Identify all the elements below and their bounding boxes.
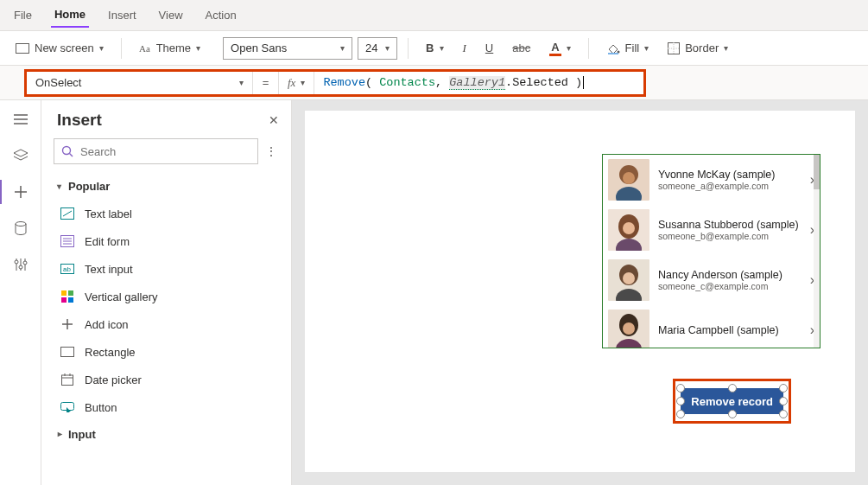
- ribbon: New screen ▾ Aa Theme ▾ Open Sans ▾ 24 ▾…: [0, 31, 868, 66]
- gallery-control[interactable]: Yvonne McKay (sample)someone_a@example.c…: [602, 154, 820, 348]
- resize-handle[interactable]: [779, 397, 788, 405]
- insert-add-icon[interactable]: Add icon: [41, 310, 291, 338]
- fx-icon[interactable]: fx: [279, 76, 301, 90]
- item-label: Text label: [85, 207, 132, 220]
- insert-text-label[interactable]: Text label: [41, 200, 291, 227]
- menu-home[interactable]: Home: [51, 3, 89, 28]
- button-icon: [60, 400, 74, 414]
- theme-label: Theme: [156, 41, 191, 54]
- insert-vertical-gallery[interactable]: Vertical gallery: [41, 283, 291, 310]
- chevron-down-icon: ▾: [385, 43, 390, 53]
- chevron-down-icon: ▾: [99, 43, 104, 53]
- svg-point-14: [15, 260, 18, 264]
- svg-line-20: [70, 154, 73, 157]
- svg-point-18: [23, 261, 27, 265]
- italic-button[interactable]: I: [456, 38, 473, 59]
- contact-email: someone_a@example.com: [658, 181, 814, 191]
- formula-bar-highlight: OnSelect ▾ = fx ▾ Remove( Contacts, Gall…: [24, 69, 646, 97]
- rail-tree-view[interactable]: [12, 111, 29, 128]
- property-value: OnSelect: [35, 76, 81, 89]
- insert-text-input[interactable]: ab Text input: [41, 255, 291, 283]
- menu-insert[interactable]: Insert: [105, 3, 140, 27]
- chevron-down-icon: ▾: [644, 43, 649, 53]
- menu-file[interactable]: File: [10, 3, 35, 27]
- gallery-icon: [60, 290, 74, 303]
- group-label: Input: [68, 428, 96, 441]
- font-size-select[interactable]: 24 ▾: [358, 37, 397, 60]
- canvas[interactable]: Yvonne McKay (sample)someone_a@example.c…: [292, 100, 868, 485]
- insert-button[interactable]: Button: [41, 393, 291, 421]
- scrollbar[interactable]: [814, 155, 820, 348]
- border-label: Border: [685, 41, 719, 54]
- contact-name: Susanna Stubberod (sample): [658, 219, 814, 231]
- token-function: Remove: [323, 76, 365, 89]
- font-size-value: 24: [365, 41, 377, 54]
- insert-rectangle[interactable]: Rectangle: [41, 338, 291, 366]
- resize-handle[interactable]: [676, 397, 685, 405]
- strike-button[interactable]: abc: [505, 38, 537, 58]
- svg-line-22: [63, 211, 72, 216]
- chevron-down-icon[interactable]: ▾: [301, 72, 314, 94]
- resize-handle[interactable]: [676, 384, 685, 392]
- underline-button[interactable]: U: [478, 38, 500, 58]
- font-color-button[interactable]: A ▾: [542, 37, 577, 60]
- left-rail: [0, 100, 41, 485]
- remove-record-button[interactable]: Remove record: [681, 388, 783, 414]
- rail-insert[interactable]: [12, 183, 29, 201]
- search-input[interactable]: [54, 138, 258, 164]
- resize-handle[interactable]: [779, 410, 788, 418]
- rail-layers[interactable]: [12, 147, 29, 164]
- svg-rect-3: [608, 53, 618, 54]
- text-cursor: ​: [583, 76, 584, 89]
- svg-text:Aa: Aa: [139, 43, 150, 54]
- resize-handle[interactable]: [676, 410, 685, 418]
- selected-button-highlight: Remove record: [673, 379, 791, 424]
- new-screen-icon: [16, 43, 29, 54]
- menu-action[interactable]: Action: [202, 3, 240, 27]
- gallery-item[interactable]: Nancy Anderson (sample)someone_c@example…: [603, 255, 820, 305]
- resize-handle[interactable]: [779, 384, 788, 392]
- font-value: Open Sans: [231, 41, 287, 54]
- theme-button[interactable]: Aa Theme ▾: [132, 38, 207, 58]
- gallery-item[interactable]: Yvonne McKay (sample)someone_a@example.c…: [603, 155, 820, 205]
- resize-handle[interactable]: [728, 410, 737, 418]
- fill-button[interactable]: Fill ▾: [599, 38, 656, 58]
- item-label: Date picker: [85, 373, 142, 386]
- chevron-down-icon: ▾: [340, 43, 345, 53]
- group-input[interactable]: ▾ Input: [41, 421, 291, 448]
- gallery-item[interactable]: Susanna Stubberod (sample)someone_b@exam…: [603, 205, 820, 255]
- resize-handle[interactable]: [728, 384, 737, 392]
- rail-settings[interactable]: [12, 256, 29, 273]
- panel-title: Insert: [57, 111, 102, 130]
- insert-date-picker[interactable]: Date picker: [41, 366, 291, 393]
- fill-icon: [606, 42, 620, 54]
- rail-data[interactable]: [12, 220, 29, 237]
- theme-icon: Aa: [139, 42, 151, 54]
- gallery-item[interactable]: Maria Campbell (sample) ›: [603, 305, 820, 348]
- equals-label: =: [253, 72, 279, 94]
- contact-name: Nancy Anderson (sample): [658, 269, 814, 281]
- svg-rect-35: [61, 348, 74, 357]
- scrollbar-thumb[interactable]: [814, 155, 820, 189]
- search-field[interactable]: [80, 145, 250, 158]
- chevron-down-icon: ▾: [567, 43, 571, 53]
- more-icon[interactable]: ⋮: [265, 144, 279, 158]
- insert-list: ▾ Popular Text label Edit form ab Text i…: [41, 173, 291, 485]
- border-button[interactable]: Border ▾: [661, 38, 735, 58]
- item-label: Edit form: [85, 235, 130, 248]
- separator: [588, 38, 589, 59]
- svg-text:ab: ab: [63, 265, 71, 273]
- insert-edit-form[interactable]: Edit form: [41, 227, 291, 255]
- group-popular[interactable]: ▾ Popular: [41, 173, 291, 200]
- svg-point-19: [63, 147, 71, 155]
- bold-button[interactable]: B▾: [419, 38, 450, 58]
- new-screen-button[interactable]: New screen ▾: [9, 38, 111, 58]
- menu-view[interactable]: View: [155, 3, 187, 27]
- font-select[interactable]: Open Sans ▾: [223, 37, 352, 60]
- screen[interactable]: Yvonne McKay (sample)someone_a@example.c…: [305, 111, 855, 472]
- formula-bar-area: OnSelect ▾ = fx ▾ Remove( Contacts, Gall…: [0, 66, 868, 100]
- insert-panel: Insert ✕ ⋮ ▾ Popular Text label: [41, 100, 292, 485]
- formula-input[interactable]: Remove( Contacts, Gallery1.Selected )​: [314, 76, 584, 89]
- property-select[interactable]: OnSelect ▾: [27, 72, 253, 94]
- close-icon[interactable]: ✕: [269, 113, 279, 127]
